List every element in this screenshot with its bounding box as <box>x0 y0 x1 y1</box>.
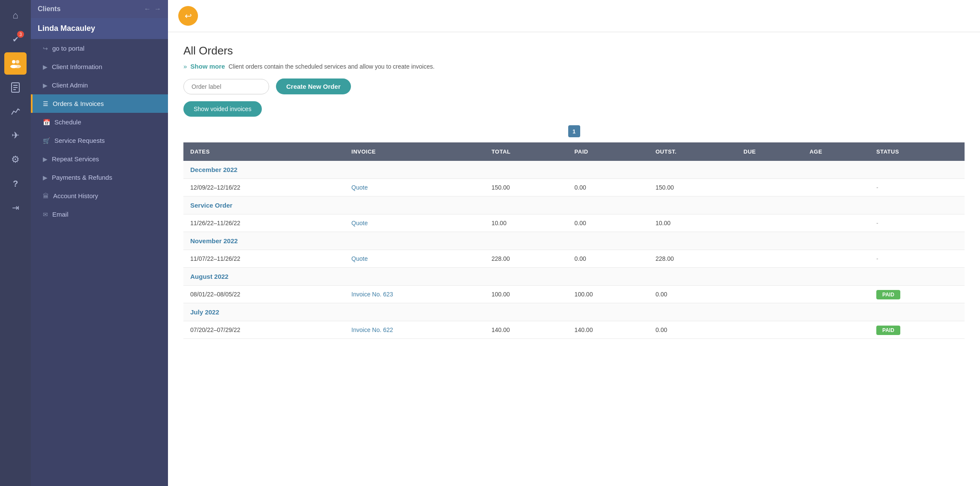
status-cell: - <box>869 179 965 196</box>
paid-cell: 0.00 <box>568 214 649 232</box>
col-dates: DATES <box>183 142 345 161</box>
dates-cell: 11/26/22–11/26/22 <box>183 214 345 232</box>
month-header-cell: November 2022 <box>183 232 965 250</box>
email-icon: ✉ <box>43 211 48 218</box>
total-cell: 228.00 <box>485 250 568 268</box>
settings-icon[interactable]: ⚙ <box>4 148 27 171</box>
sidebar-item-label: Client Information <box>52 63 102 70</box>
due-cell <box>737 214 803 232</box>
invoice-cell[interactable]: Quote <box>345 179 485 196</box>
cart-icon: 🛒 <box>43 137 50 144</box>
expand-icon: ▶ <box>43 63 48 70</box>
sidebar-item-orders-invoices[interactable]: ☰ Orders & Invoices <box>31 94 168 113</box>
invoices-icon[interactable] <box>4 76 27 99</box>
age-cell <box>803 214 869 232</box>
status-cell: PAID <box>869 286 965 303</box>
history-icon: 🏛 <box>43 193 49 199</box>
paid-cell: 0.00 <box>568 179 649 196</box>
total-cell: 10.00 <box>485 214 568 232</box>
due-cell <box>737 321 803 339</box>
paid-cell: 100.00 <box>568 286 649 303</box>
invoice-cell[interactable]: Quote <box>345 250 485 268</box>
tasks-badge: 3 <box>17 31 24 38</box>
page-badge[interactable]: 1 <box>568 125 580 137</box>
sidebar-item-label: go to portal <box>52 45 84 52</box>
pagination-row: 1 <box>183 125 965 137</box>
total-cell: 150.00 <box>485 179 568 196</box>
icon-sidebar: ⌂ ✔ 3 ✈ ⚙ ? ⇥ <box>0 0 31 486</box>
sidebar-item-client-information[interactable]: ▶ Client Information <box>31 57 168 76</box>
calendar-icon: 📅 <box>43 119 50 126</box>
show-more-button[interactable]: Show more <box>190 63 225 70</box>
sidebar-item-email[interactable]: ✉ Email <box>31 205 168 223</box>
expand-icon: ▶ <box>43 156 48 163</box>
tasks-icon[interactable]: ✔ 3 <box>4 28 27 51</box>
sidebar-item-schedule[interactable]: 📅 Schedule <box>31 113 168 131</box>
clients-label: Clients <box>38 5 60 13</box>
invoice-cell[interactable]: Quote <box>345 214 485 232</box>
col-total: TOTAL <box>485 142 568 161</box>
sidebar-item-go-to-portal[interactable]: ↪ go to portal <box>31 39 168 57</box>
sidebar-item-label: Email <box>52 211 69 218</box>
status-badge: PAID <box>876 290 900 299</box>
sidebar-item-label: Repeat Services <box>52 155 99 163</box>
col-outst: OUTST. <box>649 142 737 161</box>
left-nav: Clients ← → Linda Macauley ↪ go to porta… <box>31 0 168 486</box>
status-cell: PAID <box>869 321 965 339</box>
help-icon[interactable]: ? <box>4 172 27 195</box>
age-cell <box>803 321 869 339</box>
back-arrow[interactable]: ← <box>144 5 151 13</box>
sidebar-item-label: Service Requests <box>54 137 105 144</box>
sidebar-item-account-history[interactable]: 🏛 Account History <box>31 187 168 205</box>
sidebar-item-repeat-services[interactable]: ▶ Repeat Services <box>31 150 168 168</box>
status-cell: - <box>869 250 965 268</box>
portal-icon: ↪ <box>43 45 48 52</box>
client-name: Linda Macauley <box>31 18 168 39</box>
sidebar-item-label: Account History <box>53 192 98 199</box>
page-title: All Orders <box>183 44 965 57</box>
main-content: ↩ All Orders » Show more Client orders c… <box>168 0 980 486</box>
month-header-cell: August 2022 <box>183 268 965 286</box>
table-row: 11/07/22–11/26/22Quote228.000.00228.00- <box>183 250 965 268</box>
show-voided-invoices-button[interactable]: Show voided invoices <box>183 101 262 117</box>
total-cell: 140.00 <box>485 321 568 339</box>
age-cell <box>803 250 869 268</box>
table-row: 12/09/22–12/16/22Quote150.000.00150.00- <box>183 179 965 196</box>
invoice-cell[interactable]: Invoice No. 623 <box>345 286 485 303</box>
dates-cell: 08/01/22–08/05/22 <box>183 286 345 303</box>
status-badge: PAID <box>876 326 900 335</box>
reports-icon[interactable] <box>4 100 27 123</box>
sidebar-item-payments-refunds[interactable]: ▶ Payments & Refunds <box>31 168 168 187</box>
clients-icon[interactable] <box>4 52 27 75</box>
sidebar-item-label: Orders & Invoices <box>53 100 104 107</box>
paid-cell: 140.00 <box>568 321 649 339</box>
expand-icon: ▶ <box>43 82 48 89</box>
invoice-cell[interactable]: Invoice No. 622 <box>345 321 485 339</box>
svg-point-0 <box>12 60 15 63</box>
table-month-header-row: December 2022 <box>183 161 965 179</box>
back-button[interactable]: ↩ <box>178 6 198 26</box>
orders-description: Client orders contain the scheduled serv… <box>228 63 435 70</box>
create-order-button[interactable]: Create New Order <box>276 78 351 94</box>
top-bar: ↩ <box>168 0 980 32</box>
content-area: All Orders » Show more Client orders con… <box>168 32 980 486</box>
sidebar-item-label: Schedule <box>54 118 81 126</box>
outst-cell: 228.00 <box>649 250 737 268</box>
col-age: AGE <box>803 142 869 161</box>
orders-table: DATES INVOICE TOTAL PAID OUTST. DUE AGE … <box>183 142 965 339</box>
logout-icon[interactable]: ⇥ <box>4 196 27 219</box>
sidebar-item-client-admin[interactable]: ▶ Client Admin <box>31 76 168 94</box>
controls-row: Create New Order <box>183 78 965 94</box>
order-label-input[interactable] <box>183 79 269 94</box>
table-month-header-row: Service Order <box>183 196 965 214</box>
outst-cell: 0.00 <box>649 286 737 303</box>
nav-arrows: ← → <box>144 5 161 13</box>
col-due: DUE <box>737 142 803 161</box>
table-month-header-row: November 2022 <box>183 232 965 250</box>
home-icon[interactable]: ⌂ <box>4 4 27 27</box>
dispatch-icon[interactable]: ✈ <box>4 124 27 147</box>
sidebar-item-service-requests[interactable]: 🛒 Service Requests <box>31 131 168 150</box>
month-header-cell: July 2022 <box>183 303 965 321</box>
forward-arrow[interactable]: → <box>154 5 161 13</box>
outst-cell: 150.00 <box>649 179 737 196</box>
